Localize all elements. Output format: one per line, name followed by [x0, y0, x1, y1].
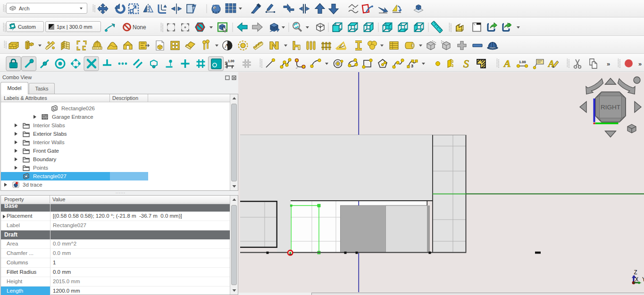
svg-text:1.00: 1.00 [519, 60, 526, 64]
svg-text:RIGHT: RIGHT [601, 104, 620, 111]
svg-text:A: A [503, 57, 511, 69]
svg-text:1.00: 1.00 [228, 59, 234, 63]
svg-text:»: » [607, 60, 610, 67]
svg-text:S: S [463, 57, 469, 70]
svg-text:1.00: 1.00 [225, 61, 228, 68]
svg-text:Z: Z [634, 270, 637, 276]
svg-text:Y: Y [642, 277, 644, 283]
svg-text:»: » [638, 60, 642, 67]
svg-text:3: 3 [411, 64, 413, 68]
svg-text:X: X [635, 277, 638, 283]
svg-text:A: A [225, 42, 229, 49]
